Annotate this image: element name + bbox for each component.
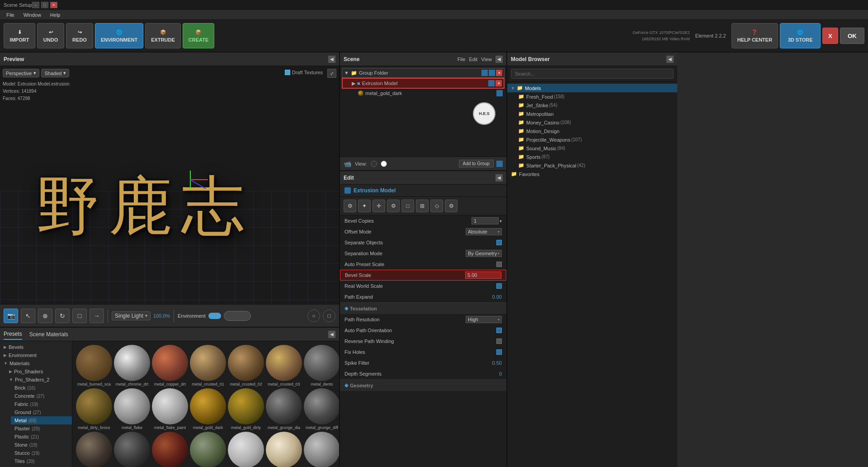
scene-collapse-button[interactable]: ◀	[495, 56, 503, 63]
tree-item-bevels[interactable]: ▶ Bevels	[0, 343, 72, 351]
mat-thumb-burned[interactable]: metal_burned_sca	[76, 345, 112, 386]
menu-file[interactable]: File	[2, 11, 19, 19]
mat-thumb-dents[interactable]: metal_dents	[304, 345, 339, 386]
auto-preset-scale-checkbox[interactable]	[496, 262, 502, 267]
edit-tool-8[interactable]: ⚙	[445, 200, 458, 212]
bevel-scale-input[interactable]	[465, 272, 501, 279]
light-selector[interactable]: Single Light ▾	[112, 311, 151, 320]
mat-thumb-flake-paint[interactable]: metal_flake_paint	[152, 388, 188, 430]
mat-thumb-crusted2[interactable]: metal_crusted_02	[228, 345, 264, 386]
scene-vis-button3[interactable]	[488, 80, 495, 86]
helpcenter-button[interactable]: ❓ HELP CENTER	[731, 23, 778, 48]
fix-holes-checkbox[interactable]	[496, 349, 502, 355]
mat-thumb-flake[interactable]: metal_flake	[114, 388, 150, 430]
environment-button[interactable]: 🌐 ENVIRONMENT	[95, 23, 143, 48]
mb-item-fresh-food[interactable]: 📁 Fresh_Food (158)	[514, 92, 677, 101]
mat-thumb-grunge-mid[interactable]: metal_grunge_mid	[114, 432, 150, 467]
tree-item-fabric[interactable]: Fabric (19)	[11, 400, 72, 408]
edit-tool-3[interactable]: ✛	[373, 200, 385, 212]
scene-vis-button4[interactable]	[496, 90, 503, 96]
mb-item-money-casino[interactable]: 📁 Money_Casino (108)	[514, 118, 677, 127]
scene-vis-button2[interactable]	[489, 70, 495, 76]
mat-thumb-crusted1[interactable]: metal_crusted_01	[190, 345, 226, 386]
scene-item-metal-gold[interactable]: metal_gold_dark	[342, 89, 505, 98]
create-button[interactable]: 📦 CREATE	[183, 23, 214, 48]
mat-thumb-chrome[interactable]: metal_chrome_drt	[114, 345, 150, 386]
mb-item-models[interactable]: ▼ 📁 Models	[507, 84, 677, 92]
import-button[interactable]: ⬇ IMPORT	[4, 23, 35, 48]
tree-item-proshaders2[interactable]: ▼ Pro_Shaders_2	[5, 376, 72, 384]
tree-item-plaster[interactable]: Plaster (20)	[11, 424, 72, 433]
extrude-button[interactable]: 📦 EXTRUDE	[145, 23, 181, 48]
select-tool-button[interactable]: ↖	[21, 309, 35, 323]
maximize-button[interactable]: □	[41, 2, 48, 8]
store-button[interactable]: 🌐 3D STORE	[780, 23, 821, 48]
mb-item-projectile-weapons[interactable]: 📁 Projectile_Weapons (107)	[514, 135, 677, 144]
edit-tool-1[interactable]: ⚙	[344, 200, 356, 212]
tree-item-materials[interactable]: ▼ Materials	[0, 359, 72, 367]
rotate-tool-button[interactable]: ↻	[55, 309, 70, 323]
tree-item-tiles[interactable]: Tiles (20)	[11, 457, 72, 465]
auto-path-orientation-checkbox[interactable]	[496, 328, 502, 333]
tree-item-proshaders[interactable]: ▶ Pro_Shaders	[5, 367, 72, 376]
close-button[interactable]: ✕	[50, 2, 57, 8]
tree-item-environment[interactable]: ▶ Environment	[0, 351, 72, 359]
tree-item-stucco[interactable]: Stucco (19)	[11, 449, 72, 457]
tree-item-brick[interactable]: Brick (16)	[11, 384, 72, 392]
tree-item-translucent[interactable]: Translucent (15)	[11, 465, 72, 467]
scale-tool-button[interactable]: □	[72, 309, 87, 323]
camera-tool-button[interactable]: 📷	[4, 309, 18, 323]
scene-vis-button[interactable]	[481, 70, 488, 76]
env-track[interactable]	[224, 311, 251, 321]
separation-mode-dropdown[interactable]: By Geometry ▾	[466, 250, 502, 257]
model-browser-collapse-button[interactable]: ◀	[666, 56, 674, 63]
mat-thumb-grunge-dirt[interactable]: metal_grunge_dirt	[76, 432, 112, 467]
tab-presets[interactable]: Presets	[4, 329, 22, 340]
mat-thumb-dirty-bron[interactable]: metal_dirty_bronz	[76, 388, 112, 430]
mat-thumb-grunge-dia[interactable]: metal_grunge_dia	[266, 388, 302, 430]
edit-tool-4[interactable]: ⚙	[387, 200, 400, 212]
menu-help[interactable]: Help	[46, 11, 65, 19]
scene-item-extrusion-model[interactable]: ▶ ■ Extrusion Model ✕	[342, 78, 505, 89]
separate-objects-checkbox[interactable]	[496, 240, 502, 245]
mb-item-sports[interactable]: 📁 Sports (87)	[514, 152, 677, 161]
view-radio-2[interactable]	[381, 161, 387, 167]
mat-thumb-light-scratc[interactable]: metal_light_scratc	[228, 432, 264, 467]
mat-thumb-copper[interactable]: metal_copper_drt	[152, 345, 188, 386]
mat-thumb-pannel[interactable]: metal_pannel_colo	[304, 432, 339, 467]
preview-collapse-button[interactable]: ◀	[328, 56, 335, 63]
path-resolution-dropdown[interactable]: High ▾	[466, 316, 502, 323]
mb-item-jet-strike[interactable]: 📁 Jet_Strike (54)	[514, 101, 677, 110]
mat-thumb-painted[interactable]: metal_painted	[266, 432, 302, 467]
offset-mode-dropdown[interactable]: Absolute ▾	[466, 228, 502, 235]
scene-close-button[interactable]: ✕	[496, 70, 502, 76]
materials-collapse-button[interactable]: ◀	[328, 331, 335, 338]
view-radio-1[interactable]	[371, 161, 377, 167]
edit-tool-2[interactable]: ✦	[358, 200, 371, 212]
add-to-group-button[interactable]: Add to Group	[459, 160, 494, 167]
redo-button[interactable]: ↪ REDO	[66, 23, 93, 48]
mat-thumb-grunge-rust[interactable]: metal_grunge_rust	[152, 432, 188, 467]
edit-tool-7[interactable]: ◇	[430, 200, 443, 212]
edit-collapse-button[interactable]: ◀	[495, 174, 503, 181]
scene-close-button2[interactable]: ✕	[495, 80, 502, 86]
mat-thumb-crusted3[interactable]: metal_crusted_03	[266, 345, 302, 386]
mb-item-favorites[interactable]: 📁 Favorites	[507, 170, 677, 178]
mb-item-starter-pack[interactable]: 📁 Starter_Pack_Physical (42)	[514, 161, 677, 170]
ok-button[interactable]: OK	[840, 28, 864, 44]
edit-tool-5[interactable]: □	[401, 200, 414, 212]
model-browser-search-input[interactable]	[511, 69, 674, 79]
mat-thumb-grunge-diff[interactable]: metal_grunge_diff	[304, 388, 339, 430]
scene-menu-edit[interactable]: Edit	[469, 57, 477, 62]
scene-menu-file[interactable]: File	[458, 57, 466, 62]
tab-scene-materials[interactable]: Scene Materials	[29, 329, 68, 339]
tree-item-concrete[interactable]: Concrete (27)	[11, 392, 72, 400]
scene-menu-view[interactable]: View	[481, 57, 492, 62]
mb-item-metropolitan[interactable]: 📁 Metropolitan	[514, 110, 677, 118]
real-world-scale-checkbox[interactable]	[496, 283, 502, 289]
bevel-copies-input[interactable]	[472, 217, 499, 224]
mb-item-motion-design[interactable]: 📁 Motion_Design	[514, 127, 677, 135]
tree-item-stone[interactable]: Stone (19)	[11, 441, 72, 449]
x-button[interactable]: X	[822, 28, 838, 44]
mat-thumb-gold-dirty[interactable]: metal_gold_dirty	[228, 388, 264, 430]
